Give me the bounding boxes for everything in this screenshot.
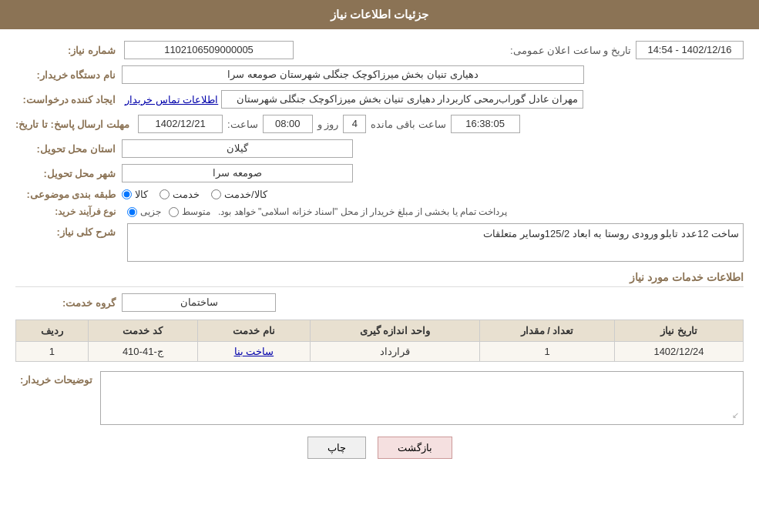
print-button[interactable]: چاپ <box>307 437 366 459</box>
process-mottaset-radio[interactable] <box>169 207 179 217</box>
category-row: کالا/خدمت خدمت کالا طبقه بندی موضوعی: <box>15 189 744 200</box>
buyer-desc-box: ↙ <box>100 371 744 425</box>
buyer-row: دهیاری تنیان بخش میرزاکوچک جنگلی شهرستان… <box>15 65 744 84</box>
buyer-value: دهیاری تنیان بخش میرزاکوچک جنگلی شهرستان… <box>122 65 584 84</box>
creator-label: ایجاد کننده درخواست: <box>15 94 116 105</box>
col-unit: واحد اندازه گیری <box>310 320 479 342</box>
deadline-group: 16:38:05 ساعت باقی مانده 4 روز و 08:00 س… <box>15 115 520 133</box>
buyer-desc-content: ↙ <box>100 371 744 425</box>
category-khadamat-radio[interactable] <box>160 189 170 199</box>
process-row: پرداخت تمام یا بخشی از مبلغ خریدار از مح… <box>15 206 744 217</box>
category-kala-khadamat-label: کالا/خدمت <box>224 189 267 200</box>
need-number-group: 1102106509000005 شماره نیاز: <box>15 41 294 59</box>
buyer-label: نام دستگاه خریدار: <box>15 69 116 81</box>
category-kala-khadamat-radio[interactable] <box>211 189 221 199</box>
description-label: شرح کلی نیاز: <box>15 223 116 238</box>
buyer-desc-label: توضیحات خریدار: <box>15 371 92 386</box>
province-label: استان محل تحویل: <box>15 143 116 155</box>
deadline-label: مهلت ارسال پاسخ: تا تاریخ: <box>15 119 129 130</box>
city-value: صومعه سرا <box>122 164 353 182</box>
deadline-remaining-label: ساعت باقی مانده <box>371 119 445 130</box>
date-time-value: 1402/12/16 - 14:54 <box>636 41 744 59</box>
category-kala-radio[interactable] <box>122 189 132 199</box>
process-mottaset-label: متوسط <box>182 206 210 217</box>
process-jezei-label: جزیی <box>140 206 161 217</box>
process-radio-group: متوسط جزیی <box>127 206 210 217</box>
deadline-time: 08:00 <box>263 115 313 133</box>
need-number-value: 1102106509000005 <box>124 41 294 59</box>
need-number-label: شماره نیاز: <box>15 45 116 56</box>
description-section: ساخت 12عدد تابلو ورودی روستا به ابعاد 12… <box>15 223 744 262</box>
services-section-title: اطلاعات خدمات مورد نیاز <box>15 271 744 287</box>
back-button[interactable]: بازگشت <box>378 437 452 459</box>
city-label: شهر محل تحویل: <box>15 168 116 179</box>
service-group-label: گروه خدمت: <box>15 297 116 309</box>
category-kala-item[interactable]: کالا <box>122 189 148 200</box>
page-title: جزئیات اطلاعات نیاز <box>331 8 428 21</box>
table-row: 1402/12/24 1 قرارداد ساخت بنا ج-41-410 1 <box>16 342 744 362</box>
process-note: پرداخت تمام یا بخشی از مبلغ خریدار از مح… <box>218 206 507 217</box>
deadline-time-label: ساعت: <box>227 119 258 130</box>
buyer-desc-row: ↙ توضیحات خریدار: <box>15 371 744 425</box>
deadline-days: 4 <box>343 115 366 133</box>
col-service-code: کد خدمت <box>88 320 197 342</box>
service-group-value: ساختمان <box>122 293 276 312</box>
creator-link[interactable]: اطلاعات تماس خریدار <box>125 94 218 105</box>
deadline-row: 16:38:05 ساعت باقی مانده 4 روز و 08:00 س… <box>15 115 744 133</box>
deadline-date: 1402/12/21 <box>138 115 223 133</box>
page-header: جزئیات اطلاعات نیاز <box>0 0 759 29</box>
province-row: گیلان استان محل تحویل: <box>15 139 744 158</box>
process-mottaset-item[interactable]: متوسط <box>169 206 210 217</box>
category-khadamat-item[interactable]: خدمت <box>160 189 200 200</box>
category-kala-label: کالا <box>135 189 148 200</box>
category-khadamat-label: خدمت <box>173 189 200 200</box>
col-service-name: نام خدمت <box>197 320 310 342</box>
province-value: گیلان <box>122 139 353 158</box>
cell-service-name: ساخت بنا <box>197 342 310 362</box>
process-label: نوع فرآیند خرید: <box>15 206 116 217</box>
service-table: تاریخ نیاز تعداد / مقدار واحد اندازه گیر… <box>15 320 744 362</box>
date-time-group: 1402/12/16 - 14:54 تاریخ و ساعت اعلان عم… <box>510 41 744 59</box>
cell-row-num: 1 <box>16 342 89 362</box>
description-box-wrapper: ساخت 12عدد تابلو ورودی روستا به ابعاد 12… <box>127 223 744 262</box>
cell-date: 1402/12/24 <box>614 342 743 362</box>
creator-value: مهران عادل گوراب‌رمحی کاربردار دهیاری تن… <box>221 90 583 109</box>
cell-unit: قرارداد <box>310 342 479 362</box>
col-row-num: ردیف <box>16 320 89 342</box>
category-radio-group: کالا/خدمت خدمت کالا <box>122 189 267 200</box>
date-time-label: تاریخ و ساعت اعلان عمومی: <box>510 45 631 56</box>
description-box: ساخت 12عدد تابلو ورودی روستا به ابعاد 12… <box>127 223 744 262</box>
button-row: بازگشت چاپ <box>15 437 744 459</box>
cell-service-code: ج-41-410 <box>88 342 197 362</box>
description-value: ساخت 12عدد تابلو ورودی روستا به ابعاد 12… <box>483 228 739 239</box>
col-date: تاریخ نیاز <box>614 320 743 342</box>
creator-row: مهران عادل گوراب‌رمحی کاربردار دهیاری تن… <box>15 90 744 109</box>
city-row: صومعه سرا شهر محل تحویل: <box>15 164 744 182</box>
need-number-row: 1402/12/16 - 14:54 تاریخ و ساعت اعلان عم… <box>15 41 744 59</box>
category-label: طبقه بندی موضوعی: <box>15 189 116 200</box>
process-jezei-radio[interactable] <box>127 207 137 217</box>
category-kala-khadamat-item[interactable]: کالا/خدمت <box>211 189 267 200</box>
col-qty: تعداد / مقدار <box>480 320 615 342</box>
process-jezei-item[interactable]: جزیی <box>127 206 161 217</box>
service-group-row: ساختمان گروه خدمت: <box>15 293 744 312</box>
buyer-desc-placeholder: ↙ <box>732 410 739 420</box>
cell-qty: 1 <box>480 342 615 362</box>
deadline-days-label: روز و <box>317 119 339 130</box>
deadline-remaining: 16:38:05 <box>451 115 520 133</box>
